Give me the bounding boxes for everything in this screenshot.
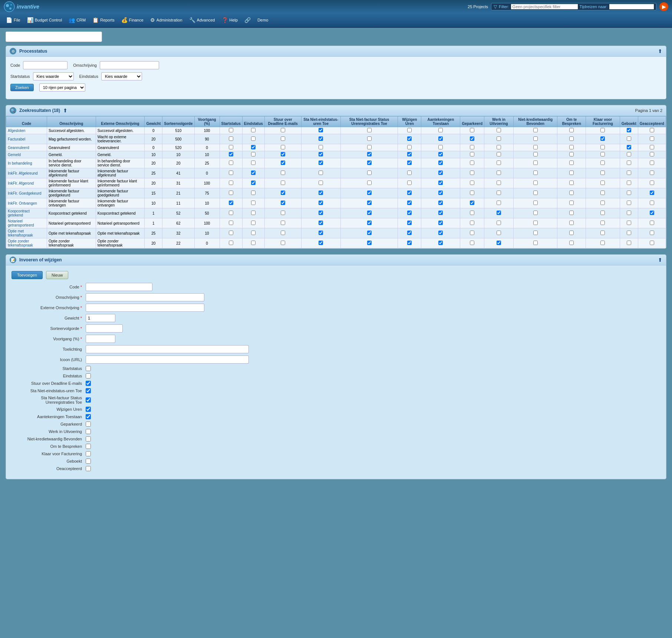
row-checkbox[interactable] — [470, 145, 474, 149]
row-checkbox[interactable] — [470, 241, 474, 245]
row-checkbox[interactable] — [600, 221, 605, 225]
row-checkbox[interactable] — [627, 221, 631, 225]
omschrijving-input[interactable] — [100, 61, 159, 69]
row-checkbox[interactable] — [470, 171, 474, 175]
entry-sorteervolgorde-input[interactable] — [86, 324, 123, 333]
row-checkbox[interactable] — [533, 136, 538, 141]
row-checkbox[interactable] — [569, 145, 574, 149]
row-checkbox[interactable] — [470, 211, 474, 215]
row-checkbox[interactable] — [533, 201, 538, 205]
row-checkbox[interactable] — [470, 231, 474, 235]
row-checkbox[interactable] — [367, 201, 372, 205]
results-collapse-btn[interactable]: ⬆ — [63, 108, 67, 113]
row-checkbox[interactable] — [251, 136, 256, 141]
row-checkbox[interactable] — [650, 181, 654, 185]
row-checkbox[interactable] — [281, 201, 285, 205]
row-checkbox[interactable] — [627, 181, 631, 185]
row-checkbox[interactable] — [367, 181, 372, 185]
row-checkbox[interactable] — [438, 171, 443, 175]
nav-demo[interactable]: Demo — [254, 16, 271, 24]
search-button[interactable]: Zoeken — [10, 84, 34, 91]
row-checkbox[interactable] — [600, 171, 605, 175]
row-checkbox[interactable] — [627, 201, 631, 205]
row-checkbox[interactable] — [407, 171, 412, 175]
row-checkbox[interactable] — [650, 136, 654, 141]
row-checkbox[interactable] — [367, 161, 372, 165]
row-checkbox[interactable] — [319, 231, 323, 235]
nav-administration[interactable]: ⚙ Administration — [147, 16, 185, 24]
row-checkbox[interactable] — [627, 171, 631, 175]
row-checkbox[interactable] — [281, 181, 285, 185]
row-checkbox[interactable] — [251, 211, 256, 215]
row-checkbox[interactable] — [319, 211, 323, 215]
nav-link[interactable]: 🔗 — [241, 16, 254, 24]
row-checkbox[interactable] — [251, 128, 256, 132]
row-checkbox[interactable] — [367, 136, 372, 141]
entry-icoon-input[interactable] — [86, 356, 249, 364]
time-input[interactable] — [609, 4, 654, 9]
row-checkbox[interactable] — [319, 161, 323, 165]
entry-voortgang-input[interactable] — [86, 335, 115, 343]
row-checkbox[interactable] — [600, 211, 605, 215]
row-checkbox[interactable] — [281, 191, 285, 195]
row-checkbox[interactable] — [650, 161, 654, 165]
row-checkbox[interactable] — [470, 152, 474, 156]
row-checkbox[interactable] — [251, 145, 256, 149]
row-checkbox[interactable] — [438, 152, 443, 156]
row-checkbox[interactable] — [627, 191, 631, 195]
row-checkbox[interactable] — [533, 221, 538, 225]
row-checkbox[interactable] — [497, 221, 501, 225]
row-checkbox[interactable] — [533, 128, 538, 132]
row-checkbox[interactable] — [600, 241, 605, 245]
entry-eindstatus-cb[interactable] — [86, 373, 91, 378]
row-checkbox[interactable] — [407, 128, 412, 132]
row-checkbox[interactable] — [407, 221, 412, 225]
row-checkbox[interactable] — [229, 161, 233, 165]
row-checkbox[interactable] — [281, 128, 285, 132]
row-checkbox[interactable] — [407, 231, 412, 235]
row-checkbox[interactable] — [251, 161, 256, 165]
row-checkbox[interactable] — [407, 211, 412, 215]
row-checkbox[interactable] — [229, 191, 233, 195]
row-checkbox[interactable] — [367, 152, 372, 156]
entry-gewicht-input[interactable] — [86, 314, 115, 322]
row-checkbox[interactable] — [627, 241, 631, 245]
rows-per-page-select[interactable]: 10 rijen per pagina — [39, 83, 85, 92]
row-checkbox[interactable] — [497, 181, 501, 185]
row-checkbox[interactable] — [650, 191, 654, 195]
row-checkbox[interactable] — [229, 241, 233, 245]
row-checkbox[interactable] — [533, 181, 538, 185]
row-checkbox[interactable] — [600, 201, 605, 205]
row-checkbox[interactable] — [569, 128, 574, 132]
row-checkbox[interactable] — [569, 191, 574, 195]
row-checkbox[interactable] — [497, 231, 501, 235]
entry-aantek-cb[interactable] — [86, 414, 91, 419]
processtatus-collapse-btn[interactable]: ⬆ — [658, 48, 662, 54]
startstatus-select[interactable]: Kies waarde — [33, 72, 74, 80]
row-checkbox[interactable] — [367, 191, 372, 195]
row-checkbox[interactable] — [470, 181, 474, 185]
row-checkbox[interactable] — [600, 145, 605, 149]
nav-reports[interactable]: 📋 Reports — [89, 16, 118, 24]
row-checkbox[interactable] — [470, 136, 474, 141]
row-checkbox[interactable] — [497, 211, 501, 215]
row-checkbox[interactable] — [533, 241, 538, 245]
row-checkbox[interactable] — [497, 171, 501, 175]
nav-budget[interactable]: 📊 Budget Control — [24, 16, 65, 24]
row-checkbox[interactable] — [650, 145, 654, 149]
row-checkbox[interactable] — [438, 128, 443, 132]
go-button[interactable]: ▶ — [659, 2, 668, 11]
row-checkbox[interactable] — [627, 136, 631, 141]
row-checkbox[interactable] — [229, 221, 233, 225]
row-checkbox[interactable] — [650, 241, 654, 245]
row-checkbox[interactable] — [367, 211, 372, 215]
row-checkbox[interactable] — [600, 181, 605, 185]
row-checkbox[interactable] — [229, 231, 233, 235]
code-link[interactable]: In behandeling — [8, 161, 32, 165]
row-checkbox[interactable] — [367, 128, 372, 132]
row-checkbox[interactable] — [533, 191, 538, 195]
row-checkbox[interactable] — [407, 201, 412, 205]
row-checkbox[interactable] — [438, 241, 443, 245]
nav-crm[interactable]: 👥 CRM — [66, 16, 89, 24]
eindstatus-select[interactable]: Kies waarde — [101, 72, 142, 80]
